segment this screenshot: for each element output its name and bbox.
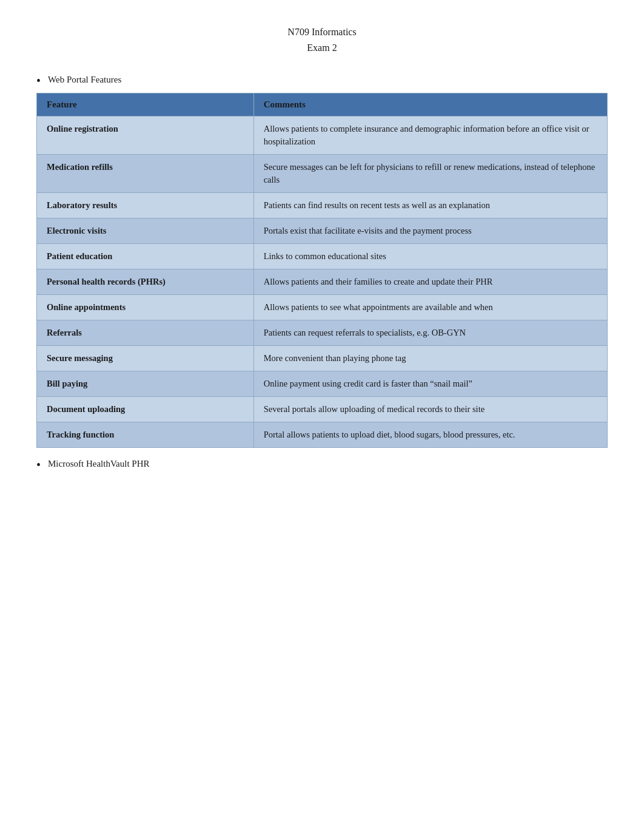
table-cell-feature: Patient education (37, 244, 253, 269)
table-row: Tracking functionPortal allows patients … (37, 422, 607, 448)
table-cell-comment: Links to common educational sites (253, 244, 607, 269)
table-cell-feature: Tracking function (37, 422, 253, 448)
table-row: Bill payingOnline payment using credit c… (37, 371, 607, 397)
table-cell-feature: Laboratory results (37, 193, 253, 218)
table-cell-feature: Referrals (37, 320, 253, 346)
table-cell-feature: Electronic visits (37, 218, 253, 244)
table-cell-feature: Document uploading (37, 397, 253, 422)
col-header-feature: Feature (37, 93, 253, 117)
page-header: N709 Informatics Exam 2 (36, 24, 608, 55)
bullet-dot-top: • (36, 73, 41, 88)
table-row: Patient educationLinks to common educati… (37, 244, 607, 269)
top-bullet-item: • Web Portal Features (36, 73, 608, 88)
table-cell-feature: Personal health records (PHRs) (37, 269, 253, 295)
table-row: Online registrationAllows patients to co… (37, 117, 607, 155)
bottom-bullet-item: • Microsoft HealthVault PHR (36, 458, 608, 472)
table-cell-comment: Online payment using credit card is fast… (253, 371, 607, 397)
table-cell-feature: Online appointments (37, 295, 253, 320)
table-row: Laboratory resultsPatients can find resu… (37, 193, 607, 218)
table-row: Secure messagingMore convenient than pla… (37, 346, 607, 371)
web-portal-table: Feature Comments Online registrationAllo… (36, 93, 608, 448)
table-cell-comment: Allows patients and their families to cr… (253, 269, 607, 295)
table-row: Online appointmentsAllows patients to se… (37, 295, 607, 320)
table-cell-comment: Allows patients to see what appointments… (253, 295, 607, 320)
table-cell-feature: Medication refills (37, 155, 253, 193)
table-cell-comment: Several portals allow uploading of medic… (253, 397, 607, 422)
header-line2: Exam 2 (36, 40, 608, 56)
table-cell-comment: Secure messages can be left for physicia… (253, 155, 607, 193)
table-row: Medication refillsSecure messages can be… (37, 155, 607, 193)
table-cell-comment: Patients can request referrals to specia… (253, 320, 607, 346)
table-row: ReferralsPatients can request referrals … (37, 320, 607, 346)
bullet-dot-bottom: • (36, 458, 41, 472)
table-cell-feature: Online registration (37, 117, 253, 155)
table-cell-comment: Portal allows patients to upload diet, b… (253, 422, 607, 448)
col-header-comments: Comments (253, 93, 607, 117)
table-cell-comment: More convenient than playing phone tag (253, 346, 607, 371)
header-line1: N709 Informatics (36, 24, 608, 40)
table-row: Document uploadingSeveral portals allow … (37, 397, 607, 422)
table-cell-comment: Portals exist that facilitate e-visits a… (253, 218, 607, 244)
table-cell-feature: Bill paying (37, 371, 253, 397)
top-bullet-text: Web Portal Features (48, 73, 121, 86)
table-cell-comment: Patients can find results on recent test… (253, 193, 607, 218)
table-cell-feature: Secure messaging (37, 346, 253, 371)
table-row: Personal health records (PHRs)Allows pat… (37, 269, 607, 295)
table-row: Electronic visitsPortals exist that faci… (37, 218, 607, 244)
table-header-row: Feature Comments (37, 93, 607, 117)
table-cell-comment: Allows patients to complete insurance an… (253, 117, 607, 155)
bottom-bullet-text: Microsoft HealthVault PHR (48, 458, 149, 470)
